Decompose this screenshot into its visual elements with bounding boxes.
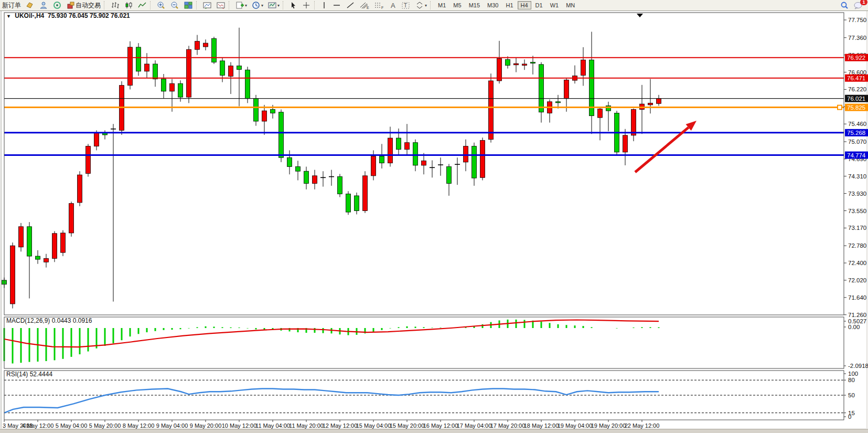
candle-body bbox=[631, 110, 636, 135]
candle-body bbox=[287, 157, 292, 166]
candle-body bbox=[61, 233, 66, 252]
price-tick-label: 77.750 bbox=[848, 17, 866, 23]
time-label: 11 May 04:00 bbox=[255, 423, 290, 429]
candle-body bbox=[623, 135, 628, 152]
price-level-badge-text: 74.774 bbox=[847, 152, 866, 159]
price-level-badge-text: 76.021 bbox=[847, 96, 865, 102]
time-label: 17 May 04:00 bbox=[457, 423, 492, 429]
price-tick-label: 72.780 bbox=[848, 242, 866, 249]
candle-body bbox=[564, 80, 569, 98]
candle-body bbox=[522, 64, 527, 66]
trading-app-window: 新订单 自动交易 bbox=[0, 0, 868, 433]
candle-body bbox=[296, 167, 301, 172]
collapse-triangle-icon[interactable]: ▼ bbox=[6, 14, 11, 19]
macd-tick-label: -2.0918 bbox=[848, 363, 868, 369]
candle-body bbox=[497, 59, 502, 81]
time-label: 5 May 20:00 bbox=[89, 423, 121, 429]
candle-body bbox=[405, 143, 410, 150]
time-label: 16 May 12:00 bbox=[423, 423, 458, 429]
price-level-badge-text: 75.825 bbox=[847, 104, 865, 111]
candle-body bbox=[606, 106, 611, 111]
price-tick-label: 73.170 bbox=[848, 225, 866, 231]
candle-body bbox=[254, 99, 259, 121]
candle-body bbox=[262, 111, 267, 121]
time-label: 12 May 12:00 bbox=[323, 423, 358, 429]
rsi-line bbox=[4, 389, 659, 413]
candle-body bbox=[338, 177, 342, 194]
candle-body bbox=[27, 227, 32, 256]
time-label: 22 May 12:00 bbox=[625, 423, 660, 429]
candle-body bbox=[380, 156, 384, 163]
candle-body bbox=[195, 41, 200, 50]
candle-body bbox=[44, 258, 49, 262]
candle-body bbox=[371, 156, 376, 176]
candle-body bbox=[489, 81, 494, 140]
rsi-tick-label: 0 bbox=[848, 414, 851, 420]
rsi-indicator-title: RSI(14) 52.4444 bbox=[6, 371, 52, 378]
candle-body bbox=[472, 146, 477, 178]
candle-body bbox=[388, 138, 393, 163]
price-tick-label: 71.260 bbox=[848, 312, 866, 318]
price-tick-label: 72.400 bbox=[848, 260, 866, 266]
time-label: 5 May 04:00 bbox=[56, 423, 88, 429]
price-level-badge-text: 76.922 bbox=[847, 55, 865, 61]
macd-indicator-title: MACD(12,26,9) 0.0443 0.0916 bbox=[6, 317, 92, 324]
candle-body bbox=[178, 83, 183, 97]
time-label: 11 May 20:00 bbox=[289, 423, 324, 429]
candle-body bbox=[162, 79, 166, 91]
candle-body bbox=[94, 133, 99, 146]
candle-body bbox=[279, 112, 284, 158]
rsi-tick-label: 80 bbox=[848, 377, 855, 383]
candle-body bbox=[304, 171, 309, 183]
time-label: 8 May 12:00 bbox=[123, 423, 155, 429]
symbol-timeframe-label: UKOil-,H4 bbox=[15, 12, 44, 19]
candle-body bbox=[52, 234, 57, 259]
time-label: 17 May 20:00 bbox=[490, 423, 526, 429]
candle-body bbox=[128, 47, 133, 86]
candle-body bbox=[447, 167, 452, 184]
candle-body bbox=[203, 43, 208, 47]
level-handle[interactable] bbox=[838, 105, 842, 110]
trend-arrow-shaft[interactable] bbox=[635, 128, 689, 172]
price-tick-label: 73.930 bbox=[848, 191, 866, 197]
candle-body bbox=[413, 143, 418, 165]
candle-body bbox=[78, 175, 82, 203]
candle-body bbox=[346, 194, 351, 212]
candle-body bbox=[531, 62, 535, 63]
candle-body bbox=[220, 61, 225, 76]
price-tick-label: 74.310 bbox=[848, 173, 866, 179]
quotes-label: 75.930 76.045 75.902 76.021 bbox=[48, 12, 130, 19]
candle-body bbox=[657, 99, 661, 104]
candle-body bbox=[229, 66, 233, 76]
panel-border bbox=[4, 317, 844, 368]
candle-body bbox=[648, 103, 653, 104]
price-tick-label: 72.020 bbox=[848, 277, 866, 283]
time-label: 4 May 12:00 bbox=[22, 423, 54, 429]
candle-body bbox=[271, 110, 275, 113]
price-tick-label: 73.550 bbox=[848, 208, 866, 214]
chart-shift-marker[interactable] bbox=[637, 14, 643, 17]
candle-body bbox=[598, 109, 603, 118]
rsi-tick-label: 100 bbox=[848, 371, 858, 377]
candle-body bbox=[539, 65, 544, 112]
candle-body bbox=[153, 64, 158, 79]
candle-body bbox=[187, 49, 191, 97]
candle-body bbox=[313, 176, 317, 184]
time-label: 15 May 20:00 bbox=[390, 423, 425, 429]
candle-body bbox=[212, 38, 217, 62]
time-label: 9 May 04:00 bbox=[156, 423, 188, 429]
price-tick-label: 75.460 bbox=[848, 121, 866, 127]
candle-body bbox=[19, 227, 24, 247]
candle-body bbox=[86, 146, 91, 174]
candle-body bbox=[514, 64, 519, 65]
chart-title: ▼ UKOil-,H4 75.930 76.045 75.902 76.021 bbox=[6, 12, 130, 19]
candle-body bbox=[397, 138, 401, 150]
candle-body bbox=[464, 146, 468, 162]
time-label: 10 May 12:00 bbox=[222, 423, 257, 429]
candle-body bbox=[556, 102, 561, 103]
rsi-tick-label: 50 bbox=[848, 392, 855, 398]
candle-body bbox=[363, 176, 368, 211]
price-level-badge-text: 76.471 bbox=[847, 75, 865, 81]
chart-canvas[interactable]: 77.75077.36076.98076.60076.22075.84075.4… bbox=[0, 0, 868, 433]
candle-body bbox=[581, 60, 586, 75]
